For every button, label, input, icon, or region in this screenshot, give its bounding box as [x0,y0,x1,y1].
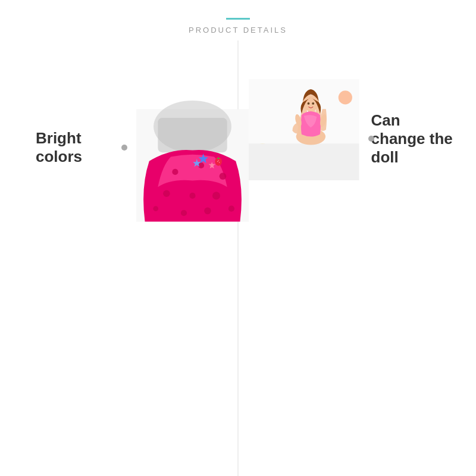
change-doll-dot [368,136,374,142]
svg-point-3 [172,169,178,175]
page-container: PRODUCT DETAILS Bright colors [0,0,476,476]
content-area: Bright colors [0,40,476,476]
svg-point-5 [220,173,227,180]
svg-point-10 [204,208,211,215]
top-row: Bright colors [0,40,249,255]
svg-point-18 [219,162,220,162]
bright-colors-dot [121,145,127,151]
svg-point-22 [339,90,352,104]
svg-point-8 [212,192,220,199]
doll-image [249,64,359,195]
svg-point-7 [189,193,195,199]
doll-image-container [249,40,371,237]
svg-point-27 [308,102,310,105]
svg-point-6 [163,190,170,197]
svg-point-17 [217,161,218,162]
bright-colors-feature: Bright colors [0,40,124,255]
header-section: PRODUCT DETAILS [189,0,287,35]
svg-rect-2 [158,118,227,152]
header-title: PRODUCT DETAILS [189,26,287,35]
svg-rect-24 [249,143,359,180]
svg-point-9 [181,210,187,216]
change-doll-label: Can change the doll [371,111,458,167]
svg-point-28 [312,102,314,105]
header-divider [226,18,250,20]
bright-colors-label: Bright colors [36,129,124,166]
pink-dress-image-container [124,40,249,255]
bottom-row: Can change the doll [249,40,476,237]
svg-point-11 [228,206,234,212]
change-doll-feature: Can change the doll [371,40,476,237]
svg-point-12 [153,206,158,211]
svg-point-19 [218,160,218,161]
pink-dress-image [136,88,249,243]
